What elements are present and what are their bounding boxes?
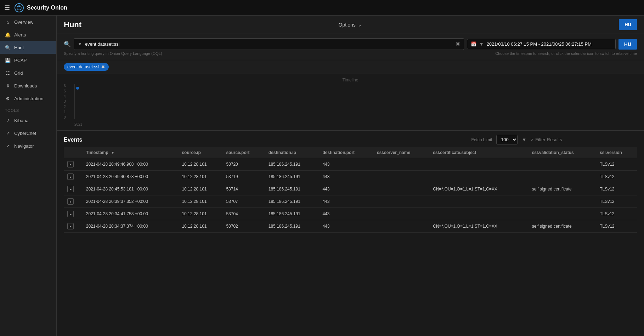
col-ssl-validation[interactable]: ssl.validation_status: [529, 147, 597, 158]
expand-row-button[interactable]: ▸: [67, 223, 74, 229]
page-title: Hunt: [64, 20, 81, 29]
fetch-limit-label: Fetch Limit: [471, 137, 492, 142]
timeline-y-axis: 6 5 4 3 2 1 0: [64, 84, 66, 119]
date-dropdown-icon[interactable]: ▼: [479, 41, 484, 47]
cell-timestamp: 2021-04-28 20:34:37.374 +00:00: [83, 220, 179, 233]
options-button[interactable]: Options ⌄: [339, 22, 362, 28]
expand-row-button[interactable]: ▸: [67, 161, 74, 167]
cell-timestamp: 2021-04-28 20:34:41.758 +00:00: [83, 208, 179, 220]
topbar: ☰ Security Onion: [0, 0, 644, 16]
cell-ssl-version: TLSv12: [596, 171, 637, 183]
sidebar-label-grid: Grid: [14, 70, 23, 76]
sidebar-item-navigator[interactable]: ↗ Navigator: [0, 139, 56, 152]
cell-source-ip: 10.12.28.101: [178, 171, 222, 183]
y-label-5: 5: [64, 89, 66, 93]
col-destination-port[interactable]: destination.port: [319, 147, 373, 158]
sidebar-label-administration: Administration: [14, 96, 43, 101]
sidebar-item-kibana[interactable]: ↗ Kibana: [0, 114, 56, 127]
cell-ssl-validation: self signed certificate: [529, 183, 597, 195]
cell-ssl-validation: [529, 171, 597, 183]
events-table: Timestamp ▼ source.ip source.port destin…: [64, 147, 637, 233]
cell-source-port: 53714: [222, 183, 265, 195]
sidebar: ⌂ Overview 🔔 Alerts 🔍 Hunt 💾 PCAP ☷ Grid…: [0, 16, 57, 336]
col-ssl-server-name[interactable]: ssl.server_name: [373, 147, 429, 158]
cell-ssl-validation: [529, 195, 597, 208]
sidebar-item-cyberchef[interactable]: ↗ CyberChef: [0, 127, 56, 139]
cell-destination-ip: 185.186.245.191: [265, 220, 319, 233]
grid-icon: ☷: [5, 70, 11, 76]
cell-destination-port: 443: [319, 183, 373, 195]
cell-destination-port: 443: [319, 208, 373, 220]
timeline-chart: 6 5 4 3 2 1 0 2021: [64, 84, 637, 126]
cell-source-port: 53704: [222, 208, 265, 220]
date-range-box: 📅 ▼ 2021/03/10 06:27:15 PM - 2021/08/25 …: [467, 39, 616, 49]
cell-source-port: 53707: [222, 195, 265, 208]
col-source-port[interactable]: source.port: [222, 147, 265, 158]
cell-ssl-cert-subject: [429, 208, 528, 220]
col-source-ip[interactable]: source.ip: [178, 147, 222, 158]
col-destination-ip[interactable]: destination.ip: [265, 147, 319, 158]
hunt-button[interactable]: HU: [618, 39, 637, 50]
sidebar-item-administration[interactable]: ⚙ Administration: [0, 92, 56, 105]
filter-tag-close-icon[interactable]: ✖: [101, 64, 105, 70]
sidebar-label-alerts: Alerts: [14, 32, 26, 38]
date-hint: Choose the timespan to search, or click …: [495, 51, 637, 56]
cell-source-ip: 10.12.28.101: [178, 208, 222, 220]
filter-icon: ▿: [531, 137, 533, 142]
clear-search-icon[interactable]: ✖: [456, 41, 460, 47]
hunt-icon: 🔍: [5, 45, 11, 50]
logo-icon: [14, 3, 24, 13]
search-input[interactable]: [85, 41, 453, 47]
sidebar-item-pcap[interactable]: 💾 PCAP: [0, 54, 56, 67]
y-label-6: 6: [64, 84, 66, 88]
cell-ssl-validation: [529, 158, 597, 171]
cell-source-ip: 10.12.28.101: [178, 195, 222, 208]
cell-timestamp: 2021-04-28 20:49:40.878 +00:00: [83, 171, 179, 183]
expand-row-button[interactable]: ▸: [67, 211, 74, 217]
cyberchef-icon: ↗: [5, 130, 11, 136]
sidebar-item-grid[interactable]: ☷ Grid: [0, 67, 56, 79]
expand-row-button[interactable]: ▸: [67, 198, 74, 205]
expand-row-button[interactable]: ▸: [67, 186, 74, 192]
cell-destination-port: 443: [319, 171, 373, 183]
cell-ssl-cert-subject: [429, 195, 528, 208]
col-ssl-version[interactable]: ssl.version: [596, 147, 637, 158]
sidebar-label-overview: Overview: [14, 19, 33, 25]
cell-destination-ip: 185.186.245.191: [265, 171, 319, 183]
svg-point-0: [15, 4, 23, 12]
sidebar-item-alerts[interactable]: 🔔 Alerts: [0, 28, 56, 41]
cell-ssl-validation: self signed certificate: [529, 220, 597, 233]
fetch-limit-dropdown-icon: ▼: [522, 137, 526, 142]
pcap-icon: 💾: [5, 57, 11, 63]
dropdown-arrow-icon[interactable]: ▼: [78, 41, 82, 47]
date-range-value[interactable]: 2021/03/10 06:27:15 PM - 2021/08/25 06:2…: [487, 41, 612, 47]
menu-icon[interactable]: ☰: [4, 4, 10, 12]
sidebar-item-downloads[interactable]: ⇩ Downloads: [0, 79, 56, 92]
cell-source-ip: 10.12.28.101: [178, 158, 222, 171]
col-ssl-cert-subject[interactable]: ssl.certificate.subject: [429, 147, 528, 158]
sidebar-item-overview[interactable]: ⌂ Overview: [0, 16, 56, 28]
expand-row-button[interactable]: ▸: [67, 173, 74, 180]
cell-destination-ip: 185.186.245.191: [265, 158, 319, 171]
logo-text: Security Onion: [27, 5, 67, 11]
filter-tag-label: event.dataset:ssl: [67, 64, 99, 69]
sidebar-item-hunt[interactable]: 🔍 Hunt: [0, 41, 56, 54]
cell-destination-port: 443: [319, 158, 373, 171]
cell-timestamp: 2021-04-28 20:49:46.908 +00:00: [83, 158, 179, 171]
cell-ssl-server-name: [373, 158, 429, 171]
cell-destination-port: 443: [319, 220, 373, 233]
cell-ssl-version: TLSv12: [596, 208, 637, 220]
cell-ssl-cert-subject: CN=*,OU=1,O=1,L=1,ST=1,C=XX: [429, 220, 528, 233]
cell-ssl-cert-subject: [429, 171, 528, 183]
search-area: 🔍 ▼ ✖ 📅 ▼ 2021/03/10 06:27:15 PM - 2021/…: [57, 34, 644, 60]
table-row: ▸ 2021-04-28 20:45:53.181 +00:00 10.12.2…: [64, 183, 637, 195]
cell-destination-port: 443: [319, 195, 373, 208]
fetch-limit-select[interactable]: 10 25 50 100 200 500: [496, 135, 518, 144]
total-results-button[interactable]: HU: [619, 19, 637, 30]
filter-results-input[interactable]: [535, 137, 637, 142]
calendar-icon[interactable]: 📅: [471, 41, 476, 47]
admin-icon: ⚙: [5, 96, 11, 101]
y-label-0: 0: [64, 115, 66, 119]
col-timestamp[interactable]: Timestamp ▼: [83, 147, 179, 158]
sidebar-label-hunt: Hunt: [14, 45, 24, 50]
